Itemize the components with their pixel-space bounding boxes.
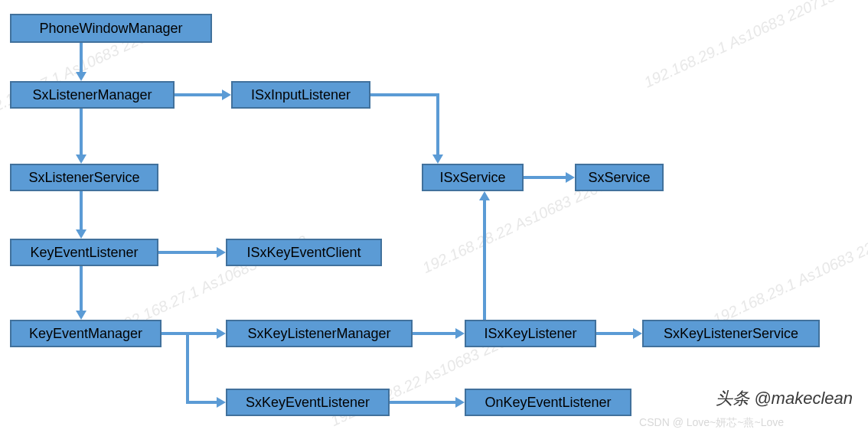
arrow-line: [186, 401, 217, 404]
arrow-head: [76, 311, 86, 320]
arrow-line: [186, 334, 189, 404]
node-isx-key-listener: ISxKeyListener: [465, 320, 596, 347]
node-isx-service: ISxService: [422, 164, 524, 191]
arrow-line: [483, 200, 486, 320]
arrow-line: [162, 332, 217, 335]
arrow-head: [76, 155, 86, 164]
node-isx-key-event-client: ISxKeyEventClient: [226, 239, 382, 266]
node-sx-service: SxService: [575, 164, 664, 191]
arrow-line: [175, 93, 222, 96]
watermark-diag: 192.168.29.1 As10683 220713: [710, 224, 868, 328]
arrow-line: [80, 43, 83, 72]
arrow-line: [524, 176, 566, 179]
arrow-line: [390, 401, 455, 404]
node-sx-key-listener-service: SxKeyListenerService: [642, 320, 820, 347]
arrow-head: [222, 89, 231, 100]
watermark-footer: 头条 @makeclean: [716, 387, 853, 410]
node-phone-window-manager: PhoneWindowManager: [10, 14, 212, 43]
arrow-line: [80, 191, 83, 229]
watermark-csdn: CSDN @ Love~妍芯~燕~Love: [639, 416, 784, 430]
node-on-key-event-listener: OnKeyEventListener: [465, 389, 631, 416]
arrow-head: [217, 397, 226, 408]
arrow-line: [370, 93, 439, 96]
arrow-head: [455, 397, 465, 408]
node-sx-key-event-listener: SxKeyEventListener: [226, 389, 390, 416]
node-key-event-listener: KeyEventListener: [10, 239, 158, 266]
arrow-head: [633, 328, 642, 339]
arrow-head: [217, 247, 226, 258]
node-sx-listener-service: SxListenerService: [10, 164, 158, 191]
arrow-line: [413, 332, 455, 335]
arrow-head: [455, 328, 465, 339]
node-sx-key-listener-manager: SxKeyListenerManager: [226, 320, 413, 347]
watermark-diag: 192.168.29.1 As10683 220713: [641, 0, 838, 92]
arrow-head: [76, 229, 86, 239]
arrow-head: [217, 328, 226, 339]
arrow-line: [80, 266, 83, 311]
arrow-head: [432, 155, 443, 164]
arrow-head: [479, 191, 490, 200]
arrow-head: [76, 72, 86, 81]
arrow-line: [436, 93, 439, 155]
arrow-line: [80, 109, 83, 155]
node-key-event-manager: KeyEventManager: [10, 320, 162, 347]
arrow-head: [566, 172, 575, 183]
arrow-line: [158, 251, 217, 254]
arrow-line: [596, 332, 633, 335]
node-sx-listener-manager: SxListenerManager: [10, 81, 175, 109]
node-isx-input-listener: ISxInputListener: [231, 81, 370, 109]
